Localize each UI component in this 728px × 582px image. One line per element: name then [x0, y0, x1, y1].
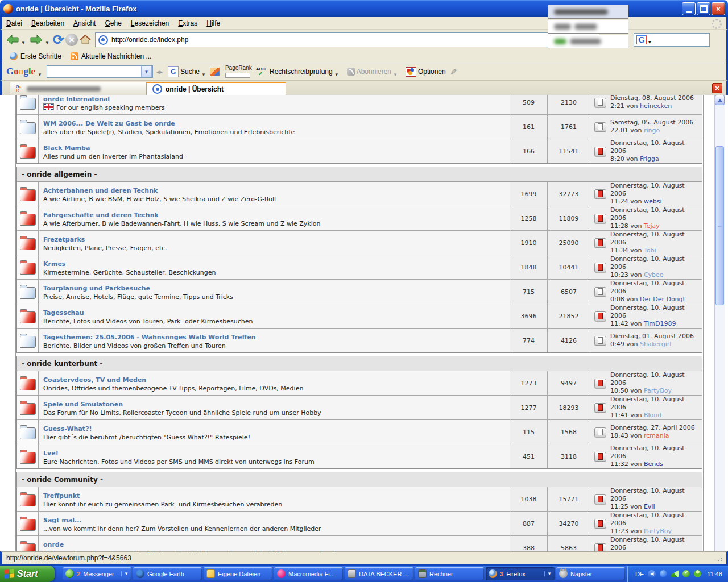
task-dropdown-icon[interactable]: ▼	[544, 571, 552, 576]
user-link[interactable]: PartyBoy	[644, 387, 672, 394]
user-link[interactable]: Tejay	[644, 222, 660, 230]
back-button[interactable]	[5, 31, 20, 48]
last-post-icon[interactable]	[594, 452, 606, 462]
forum-link[interactable]: onrde Internatonal	[43, 95, 110, 103]
spellcheck-dropdown-icon[interactable]: ▼	[334, 72, 339, 77]
forum-link[interactable]: Sagt mal...	[43, 517, 82, 525]
user-link[interactable]: Evil	[644, 503, 655, 510]
spellcheck-button[interactable]: Rechtschreibprüfung ▼	[268, 66, 343, 77]
menu-datei[interactable]: Datei	[2, 18, 27, 28]
forum-link[interactable]: Guess-What?!	[43, 425, 92, 433]
taskbar-button-macromedia-fi-[interactable]: Macromedia Fi...	[274, 567, 343, 580]
vertical-scrollbar[interactable]	[714, 95, 725, 563]
reload-button[interactable]: ⟳	[53, 31, 64, 48]
menu-lesezeichen[interactable]: Lesezeichen	[126, 18, 173, 28]
back-dropdown-icon[interactable]: ▼	[21, 40, 26, 45]
tab-close-button[interactable]: ✕	[712, 83, 722, 93]
last-post-icon[interactable]	[594, 519, 606, 529]
url-bar[interactable]: http://onride.de/index.php	[95, 32, 599, 47]
user-link[interactable]: heinecken	[640, 102, 672, 110]
user-link[interactable]: Cybee	[644, 271, 664, 278]
user-link[interactable]: Frigga	[640, 155, 659, 163]
last-post-icon[interactable]	[594, 287, 606, 297]
user-link[interactable]: Bends	[644, 460, 663, 468]
forum-link[interactable]: WM 2006... De Welt zu Gast be onrde	[43, 120, 175, 128]
home-button[interactable]	[79, 31, 92, 48]
scrollbar-thumb[interactable]	[715, 146, 724, 305]
tab-onride[interactable]: onride | Übersicht	[146, 82, 286, 95]
forum-link[interactable]: Lve!	[43, 450, 59, 458]
search-dropdown-icon[interactable]: ▼	[201, 72, 206, 77]
taskbar-button-messenger[interactable]: 2Messenger▼	[63, 567, 131, 580]
forward-button[interactable]	[29, 31, 44, 48]
stop-button[interactable]: ✕	[65, 31, 78, 48]
forward-dropdown-icon[interactable]: ▼	[45, 40, 49, 45]
forum-link[interactable]: Black Mamba	[43, 144, 90, 152]
scroll-up-button[interactable]	[715, 95, 725, 105]
last-post-icon[interactable]	[594, 543, 606, 552]
last-post-icon[interactable]	[594, 427, 606, 437]
last-post-icon[interactable]	[594, 122, 606, 132]
taskbar-button-google-earth[interactable]: Google Earth	[133, 567, 202, 580]
start-button[interactable]: Start	[0, 566, 55, 582]
site-search-icon[interactable]	[210, 68, 220, 76]
bookmark-item[interactable]: Erste Schritte	[6, 52, 65, 60]
last-post-icon[interactable]	[594, 336, 606, 346]
dropdown-item-censored[interactable]	[548, 20, 628, 34]
search-history-dropdown-icon[interactable]: ▼	[141, 66, 152, 77]
autocomplete-dropdown[interactable]	[548, 5, 628, 49]
taskbar-button-eigene-dateien[interactable]: Eigene Dateien	[204, 567, 272, 580]
tray-user-icon[interactable]	[694, 570, 701, 577]
last-post-icon[interactable]	[594, 238, 606, 248]
user-link[interactable]: Tobi	[644, 247, 656, 254]
last-post-icon[interactable]	[594, 311, 606, 321]
forum-link[interactable]: onrde	[43, 541, 64, 549]
user-link[interactable]: Blond	[644, 411, 661, 419]
resize-grip[interactable]	[715, 555, 723, 562]
last-post-icon[interactable]	[594, 379, 606, 388]
menu-ansicht[interactable]: Ansicht	[69, 18, 100, 28]
forum-link[interactable]: Achterbahnen und deren Technk	[43, 187, 158, 195]
forum-link[interactable]: Tourplanung und Parkbesuche	[43, 285, 150, 293]
forum-link[interactable]: Krmes	[43, 260, 65, 268]
forum-link[interactable]: Tagesthemen: 25.05.2006 - Wahnsnnges Wal…	[43, 334, 256, 342]
user-link[interactable]: Der Der Dongt	[640, 296, 685, 303]
last-post-icon[interactable]	[594, 494, 606, 504]
tray-antivirus-icon[interactable]	[682, 570, 690, 577]
last-post-icon[interactable]	[594, 214, 606, 223]
minimize-button[interactable]	[682, 2, 696, 15]
google-logo[interactable]: Google	[6, 66, 35, 77]
taskbar-button-rechner[interactable]: Rechner	[415, 567, 484, 580]
close-button[interactable]: ×	[712, 2, 725, 15]
language-indicator[interactable]: DE	[635, 571, 644, 577]
user-link[interactable]: rcmania	[644, 432, 669, 439]
user-link[interactable]: Shakergirl	[640, 340, 671, 348]
menu-hilfe[interactable]: Hilfe	[202, 18, 225, 28]
last-post-icon[interactable]	[594, 147, 606, 156]
forum-link[interactable]: Coastervdeos, TV und Meden	[43, 376, 146, 384]
maximize-button[interactable]	[697, 2, 710, 15]
tray-collapse-icon[interactable]: ◀	[648, 570, 656, 578]
last-post-icon[interactable]	[594, 98, 606, 107]
tray-messenger-icon[interactable]	[660, 570, 667, 577]
forum-link[interactable]: Spele und Smulatonen	[43, 401, 123, 409]
user-link[interactable]: TimD1989	[644, 320, 676, 327]
forum-link[interactable]: Fahrgeschäfte und deren Technk	[43, 211, 159, 219]
subscribe-button[interactable]: Abonnieren ▼	[345, 66, 402, 77]
taskbar-button-data-becker-[interactable]: DATA BECKER ...	[345, 567, 413, 580]
spellcheck-abc-icon[interactable]: ABC✓	[256, 67, 266, 77]
user-link[interactable]: ringo	[644, 127, 660, 134]
taskbar-button-firefox[interactable]: 3Firefox▼	[486, 567, 555, 580]
dropdown-item-censored[interactable]	[548, 5, 628, 19]
google-search-field[interactable]: G ▼	[634, 33, 710, 47]
menu-bearbeiten[interactable]: Bearbeiten	[27, 18, 69, 28]
task-dropdown-icon[interactable]: ▼	[121, 571, 129, 576]
tray-network-signal-icon[interactable]	[671, 570, 679, 577]
dropdown-item-censored[interactable]	[548, 35, 628, 48]
taskbar-button-napster[interactable]: Napster	[556, 567, 625, 580]
last-post-icon[interactable]	[594, 263, 606, 272]
forum-link[interactable]: Tagesschau	[43, 309, 84, 317]
user-link[interactable]: PartyBoy	[644, 527, 672, 535]
forum-link[interactable]: Frezetparks	[43, 236, 85, 244]
clock[interactable]: 11:48	[707, 571, 722, 577]
